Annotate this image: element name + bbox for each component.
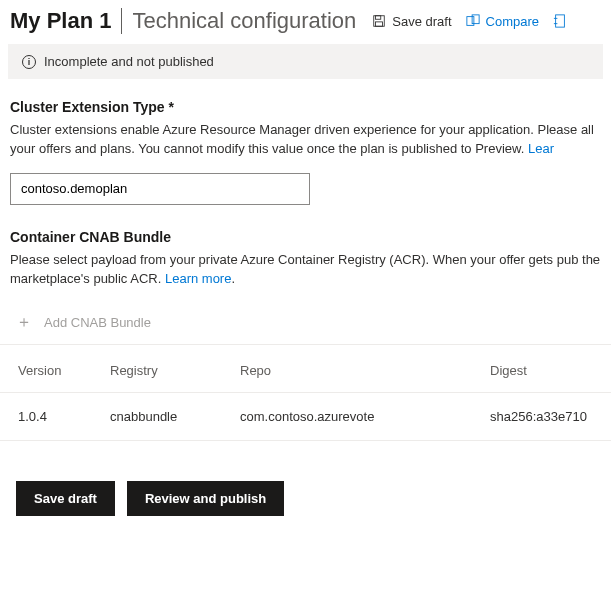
plan-title: My Plan 1 — [10, 8, 111, 34]
plus-icon: ＋ — [16, 314, 32, 330]
save-icon — [372, 14, 386, 28]
page-header: My Plan 1 Technical configuration Save d… — [0, 0, 611, 44]
status-text: Incomplete and not published — [44, 54, 214, 69]
table-row[interactable]: 1.0.4 cnabbundle com.contoso.azurevote s… — [0, 393, 611, 441]
cell-digest: sha256:a33e710 — [480, 393, 611, 441]
svg-rect-2 — [376, 22, 383, 26]
cnab-help-text: Please select payload from your private … — [10, 252, 600, 286]
compare-button[interactable]: Compare — [466, 14, 539, 29]
cluster-ext-learn-more-link[interactable]: Lear — [528, 141, 554, 156]
cluster-ext-type-input[interactable] — [10, 173, 310, 205]
cell-repo: com.contoso.azurevote — [230, 393, 480, 441]
compare-label: Compare — [486, 14, 539, 29]
save-draft-button[interactable]: Save draft — [16, 481, 115, 516]
cluster-ext-label: Cluster Extension Type * — [10, 99, 601, 115]
add-cnab-bundle-button[interactable]: ＋ Add CNAB Bundle — [0, 302, 611, 345]
page-icon — [553, 14, 567, 28]
cnab-help: Please select payload from your private … — [10, 251, 601, 289]
svg-rect-5 — [556, 15, 565, 27]
cnab-learn-more-link[interactable]: Learn more — [165, 271, 231, 286]
review-publish-button[interactable]: Review and publish — [127, 481, 284, 516]
footer-actions: Save draft Review and publish — [0, 441, 611, 536]
required-star: * — [168, 99, 173, 115]
title-divider — [121, 8, 122, 34]
toolbar: Save draft Compare — [372, 14, 567, 29]
col-registry[interactable]: Registry — [100, 345, 230, 393]
svg-rect-1 — [376, 16, 381, 20]
truncated-toolbar-button[interactable] — [553, 14, 567, 28]
col-digest[interactable]: Digest — [480, 345, 611, 393]
cnab-label: Container CNAB Bundle — [10, 229, 601, 245]
info-icon: i — [22, 55, 36, 69]
compare-icon — [466, 14, 480, 28]
cell-registry: cnabbundle — [100, 393, 230, 441]
cnab-help-period: . — [231, 271, 235, 286]
page-title: Technical configuration — [132, 8, 356, 34]
save-draft-toolbar-label: Save draft — [392, 14, 451, 29]
cluster-ext-help: Cluster extensions enable Azure Resource… — [10, 121, 601, 159]
col-repo[interactable]: Repo — [230, 345, 480, 393]
cluster-ext-help-text: Cluster extensions enable Azure Resource… — [10, 122, 594, 156]
cell-version: 1.0.4 — [0, 393, 100, 441]
add-cnab-label: Add CNAB Bundle — [44, 315, 151, 330]
status-bar: i Incomplete and not published — [8, 44, 603, 79]
cnab-table: Version Registry Repo Digest 1.0.4 cnabb… — [0, 345, 611, 441]
save-draft-toolbar-button[interactable]: Save draft — [372, 14, 451, 29]
cluster-ext-label-text: Cluster Extension Type — [10, 99, 165, 115]
col-version[interactable]: Version — [0, 345, 100, 393]
